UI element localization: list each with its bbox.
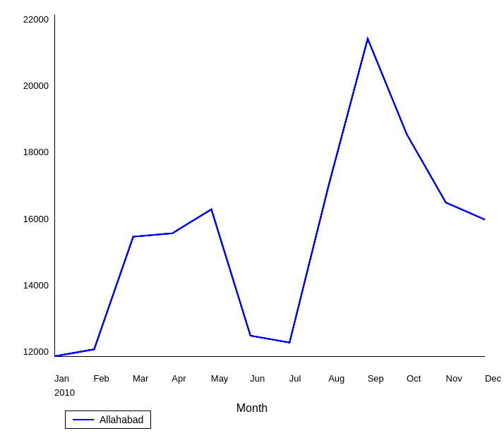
- legend-line-allahabad: [73, 419, 94, 420]
- y-label-16000: 16000: [23, 214, 49, 224]
- chart-container: 22000 20000 18000 16000 14000 12000 JanF…: [5, 4, 499, 434]
- legend-label-allahabad: Allahabad: [100, 414, 143, 425]
- x-axis-labels: JanFebMarAprMayJunJulAugSepOctNovDec: [54, 373, 485, 384]
- chart-legend: Allahabad: [65, 410, 151, 429]
- year-label: 2010: [54, 387, 75, 398]
- y-label-18000: 18000: [23, 147, 49, 157]
- y-label-20000: 20000: [23, 81, 49, 90]
- y-label-14000: 14000: [23, 281, 49, 290]
- y-axis-labels: 22000 20000 18000 16000 14000 12000: [5, 15, 53, 357]
- y-label-12000: 12000: [23, 347, 49, 356]
- chart-plot-area: [54, 15, 485, 357]
- line-chart-svg: [55, 15, 485, 356]
- y-label-22000: 22000: [23, 15, 49, 24]
